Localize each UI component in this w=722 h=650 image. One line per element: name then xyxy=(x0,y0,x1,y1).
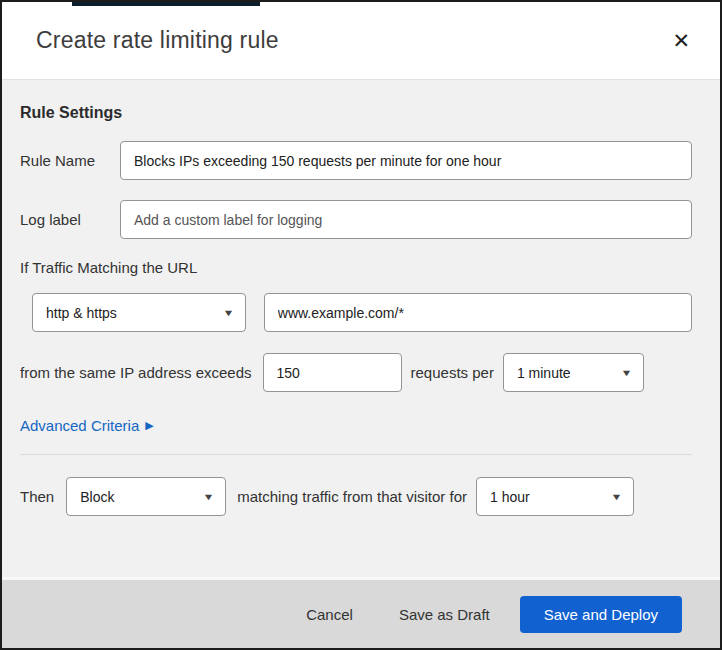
then-label: Then xyxy=(20,488,54,505)
scheme-select[interactable]: http & https ▼ xyxy=(32,293,246,332)
save-as-draft-button[interactable]: Save as Draft xyxy=(383,598,506,631)
dialog-footer: Cancel Save as Draft Save and Deploy xyxy=(2,577,720,648)
dialog-content: Rule Settings Rule Name Log label If Tra… xyxy=(2,80,720,577)
rule-name-row: Rule Name xyxy=(20,141,692,180)
close-icon[interactable]: ✕ xyxy=(666,26,696,55)
log-label-label: Log label xyxy=(20,211,120,228)
action-row: Then Block ▼ matching traffic from that … xyxy=(20,477,692,516)
chevron-down-icon: ▼ xyxy=(203,492,215,502)
duration-select-value: 1 hour xyxy=(490,489,530,505)
duration-select[interactable]: 1 hour ▼ xyxy=(476,477,634,516)
requests-per-text: requests per xyxy=(411,364,494,381)
period-select-value: 1 minute xyxy=(517,365,571,381)
action-select[interactable]: Block ▼ xyxy=(66,477,226,516)
create-rate-limiting-rule-dialog: Create rate limiting rule ✕ Rule Setting… xyxy=(0,0,722,650)
save-and-deploy-button[interactable]: Save and Deploy xyxy=(520,596,682,633)
advanced-criteria-label: Advanced Criteria xyxy=(20,417,139,434)
action-select-value: Block xyxy=(80,489,114,505)
url-pattern-input[interactable] xyxy=(264,293,692,332)
action-middle-text: matching traffic from that visitor for xyxy=(237,488,467,505)
section-divider xyxy=(20,454,692,455)
background-page-peek-bar xyxy=(72,2,260,6)
rule-name-label: Rule Name xyxy=(20,152,120,169)
log-label-input[interactable] xyxy=(120,200,692,239)
cancel-button[interactable]: Cancel xyxy=(290,598,369,631)
threshold-row: from the same IP address exceeds request… xyxy=(20,353,692,392)
rule-name-input[interactable] xyxy=(120,141,692,180)
request-count-input[interactable] xyxy=(263,353,402,392)
period-select[interactable]: 1 minute ▼ xyxy=(503,353,644,392)
chevron-down-icon: ▼ xyxy=(620,368,632,378)
threshold-prefix-text: from the same IP address exceeds xyxy=(20,364,252,381)
chevron-down-icon: ▼ xyxy=(222,308,234,318)
rule-settings-heading: Rule Settings xyxy=(20,104,692,122)
advanced-criteria-link[interactable]: Advanced Criteria ▶ xyxy=(20,417,154,434)
dialog-header: Create rate limiting rule ✕ xyxy=(2,2,720,80)
scheme-select-value: http & https xyxy=(46,305,117,321)
log-label-row: Log label xyxy=(20,200,692,239)
dialog-title: Create rate limiting rule xyxy=(36,27,279,54)
chevron-down-icon: ▼ xyxy=(611,492,623,502)
traffic-match-heading: If Traffic Matching the URL xyxy=(20,259,692,276)
url-match-row: http & https ▼ xyxy=(32,293,692,332)
expand-right-icon: ▶ xyxy=(145,419,153,432)
